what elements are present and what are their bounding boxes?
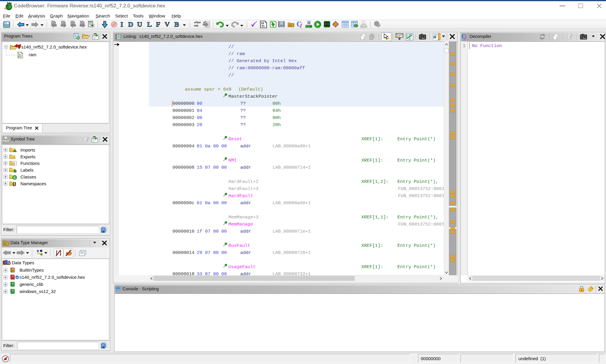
svg-text:DT: DT xyxy=(4,242,7,245)
svg-text:b: b xyxy=(366,25,367,28)
svg-text:DT: DT xyxy=(289,24,292,27)
svg-text:01: 01 xyxy=(262,25,265,28)
svg-text:b: b xyxy=(361,25,362,28)
svg-text:f: f xyxy=(465,35,467,41)
svg-text:C: C xyxy=(14,176,16,179)
svg-text:f: f xyxy=(300,22,302,28)
svg-text:a: a xyxy=(363,25,365,28)
